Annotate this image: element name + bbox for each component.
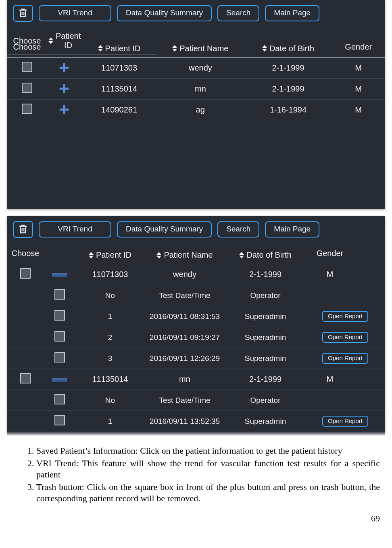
page-number: 69 bbox=[0, 505, 392, 528]
instruction-list: Saved Patient’s Information: Click on th… bbox=[24, 445, 380, 504]
col-dob[interactable]: Date of Birth bbox=[244, 37, 332, 57]
cell-test-datetime: 2016/09/11 13:52:35 bbox=[144, 411, 225, 432]
trash-icon bbox=[17, 7, 29, 19]
cell-test-datetime: 2016/09/11 09:19:27 bbox=[144, 327, 225, 348]
cell-dob: 2-1-1999 bbox=[225, 369, 306, 390]
sort-icon bbox=[262, 45, 267, 52]
cell-gender: M bbox=[306, 264, 354, 285]
instruction-item: Trash button: Click on the square box in… bbox=[36, 481, 380, 504]
cell-patient-name: mn bbox=[144, 369, 225, 390]
test-row: 1 2016/09/11 13:52:35 Superadmin Open Re… bbox=[7, 411, 385, 432]
search-button[interactable]: Search bbox=[217, 221, 259, 238]
sort-icon bbox=[172, 45, 177, 52]
open-report-button[interactable]: Open Report bbox=[322, 416, 368, 427]
cell-patient-name: ag bbox=[156, 99, 244, 120]
table-row[interactable]: 11135014 mn 2-1-1999 M bbox=[7, 369, 385, 390]
cell-test-operator: Superadmin bbox=[225, 411, 306, 432]
sort-icon bbox=[156, 252, 161, 258]
trash-icon bbox=[17, 223, 29, 235]
test-row: 2 2016/09/11 09:19:27 Superadmin Open Re… bbox=[7, 327, 385, 348]
row-checkbox[interactable] bbox=[22, 104, 32, 114]
row-checkbox[interactable] bbox=[54, 289, 65, 300]
cell-test-operator: Superadmin bbox=[225, 327, 306, 348]
sub-col-datetime: Test Date/Time bbox=[144, 285, 225, 306]
cell-gender: M bbox=[332, 57, 385, 78]
col-choose: Choose bbox=[7, 244, 44, 264]
row-checkbox[interactable] bbox=[20, 268, 31, 279]
row-checkbox[interactable] bbox=[54, 394, 65, 404]
cell-patient-id: 11135014 bbox=[76, 369, 144, 390]
toolbar: VRI Trend Data Quality Summary Search Ma… bbox=[7, 0, 385, 27]
col-patient-name[interactable]: Patient Name bbox=[156, 37, 244, 57]
open-report-button[interactable]: Open Report bbox=[322, 353, 368, 364]
col-patient-id[interactable]: Patient ID bbox=[82, 37, 156, 57]
cell-test-no: 1 bbox=[76, 411, 144, 432]
cell-dob: 2-1-1999 bbox=[244, 57, 332, 78]
row-checkbox[interactable] bbox=[54, 415, 65, 425]
vri-trend-button[interactable]: VRI Trend bbox=[39, 5, 111, 21]
trash-button[interactable] bbox=[13, 5, 33, 22]
cell-patient-name: wendy bbox=[156, 57, 244, 78]
row-checkbox[interactable] bbox=[54, 331, 65, 342]
cell-gender: M bbox=[332, 99, 385, 120]
cell-patient-name: mn bbox=[156, 78, 244, 99]
instruction-item: VRI Trend: This feature will show the tr… bbox=[36, 458, 380, 481]
cell-patient-id: 11135014 bbox=[82, 78, 156, 99]
table-row[interactable]: 11135014 mn 2-1-1999 M bbox=[7, 78, 385, 99]
row-checkbox[interactable] bbox=[54, 310, 65, 321]
row-checkbox[interactable] bbox=[22, 62, 32, 72]
cell-test-no: 2 bbox=[76, 327, 144, 348]
cell-test-operator: Superadmin bbox=[225, 348, 306, 369]
data-quality-summary-button[interactable]: Data Quality Summary bbox=[117, 5, 212, 21]
expand-icon[interactable] bbox=[48, 104, 80, 116]
expand-icon[interactable] bbox=[48, 83, 80, 95]
main-page-button[interactable]: Main Page bbox=[265, 221, 319, 238]
cell-gender: M bbox=[332, 78, 385, 99]
cell-dob: 1-16-1994 bbox=[244, 99, 332, 120]
sub-col-operator: Operator bbox=[225, 390, 306, 411]
sub-col-no: No bbox=[76, 285, 144, 306]
main-page-button[interactable]: Main Page bbox=[265, 5, 319, 21]
sub-col-datetime: Test Date/Time bbox=[144, 390, 225, 411]
sub-col-no: No bbox=[76, 390, 144, 411]
cell-test-operator: Superadmin bbox=[225, 306, 306, 327]
trash-button[interactable] bbox=[13, 221, 33, 238]
cell-gender: M bbox=[306, 369, 354, 390]
instruction-item: Saved Patient’s Information: Click on th… bbox=[36, 445, 380, 457]
search-button[interactable]: Search bbox=[217, 5, 259, 21]
table-row[interactable]: 14090261 ag 1-16-1994 M bbox=[7, 99, 385, 120]
row-checkbox[interactable] bbox=[22, 83, 32, 93]
patient-list-panel-expanded: VRI Trend Data Quality Summary Search Ma… bbox=[7, 216, 385, 432]
sort-icon bbox=[48, 38, 53, 44]
table-row[interactable]: 11071303 wendy 2-1-1999 M bbox=[7, 57, 385, 78]
expand-icon[interactable] bbox=[48, 62, 80, 74]
cell-test-datetime: 2016/09/11 12:26:29 bbox=[144, 348, 225, 369]
data-quality-summary-button[interactable]: Data Quality Summary bbox=[117, 221, 212, 238]
cell-dob: 2-1-1999 bbox=[225, 264, 306, 285]
test-row: 1 2016/09/11 08:31:53 Superadmin Open Re… bbox=[7, 306, 385, 327]
col-dob[interactable]: Date of Birth bbox=[225, 244, 306, 264]
cell-patient-id: 11071303 bbox=[76, 264, 144, 285]
collapse-icon[interactable] bbox=[52, 378, 67, 382]
col-patient-name[interactable]: Patient Name bbox=[144, 244, 225, 264]
cell-dob: 2-1-1999 bbox=[244, 78, 332, 99]
vri-trend-button[interactable]: VRI Trend bbox=[39, 221, 111, 238]
toolbar: VRI Trend Data Quality Summary Search Ma… bbox=[7, 216, 385, 244]
open-report-button[interactable]: Open Report bbox=[322, 311, 368, 322]
patient-list-panel-collapsed: VRI Trend Data Quality Summary Search Ma… bbox=[7, 0, 385, 209]
sort-icon bbox=[239, 252, 244, 258]
table-row[interactable]: 11071303 wendy 2-1-1999 M bbox=[7, 264, 385, 285]
row-checkbox[interactable] bbox=[54, 352, 65, 363]
cell-test-no: 1 bbox=[76, 306, 144, 327]
cell-test-no: 3 bbox=[76, 348, 144, 369]
col-patient-id[interactable]: Patient ID bbox=[76, 244, 144, 264]
cell-patient-id: 11071303 bbox=[82, 57, 156, 78]
cell-test-datetime: 2016/09/11 08:31:53 bbox=[144, 306, 225, 327]
sub-col-operator: Operator bbox=[225, 285, 306, 306]
collapse-icon[interactable] bbox=[52, 273, 67, 277]
patient-table-expanded: Choose Patient ID Patient Name Date of B… bbox=[7, 244, 385, 432]
col-gender: Gender bbox=[332, 37, 385, 57]
open-report-button[interactable]: Open Report bbox=[322, 332, 368, 343]
row-checkbox[interactable] bbox=[20, 373, 31, 383]
sub-header-row: No Test Date/Time Operator bbox=[7, 285, 385, 306]
